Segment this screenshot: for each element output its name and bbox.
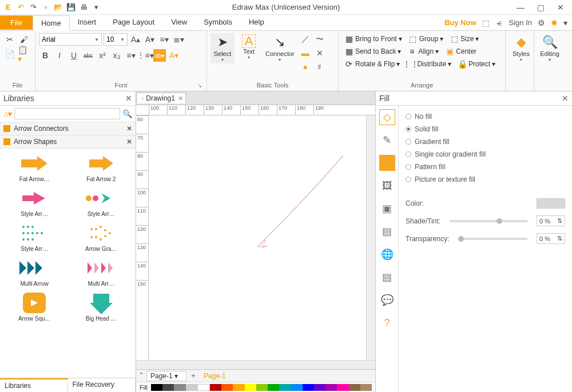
send-back-button[interactable]: ▦Send to Back▾: [342, 46, 403, 57]
distribute-button[interactable]: ⋮⋮Distribute▾: [404, 58, 454, 70]
text-tool[interactable]: A Text▾: [237, 33, 261, 61]
connector-tool[interactable]: ↘ Connector▾: [263, 33, 297, 63]
tab-home[interactable]: Home: [33, 15, 70, 31]
document-tab[interactable]: ▫Drawing1 ✕: [136, 93, 186, 103]
fill-opt-pattern[interactable]: Pattern fill: [406, 161, 565, 173]
increase-font-icon[interactable]: A▴: [129, 33, 142, 46]
notes-tab-icon[interactable]: ▤: [379, 269, 395, 285]
shape-thumb[interactable]: Fat Arrow 2: [69, 151, 134, 182]
file-menu[interactable]: File: [0, 15, 33, 30]
rect-tool-icon[interactable]: ▬: [299, 47, 312, 59]
curved-arrow-shape[interactable]: [240, 150, 355, 264]
document-close-icon[interactable]: ✕: [178, 95, 183, 102]
size-button[interactable]: ⬚Size▾: [447, 33, 481, 45]
fill-opt-solid[interactable]: Solid fill: [406, 123, 565, 135]
help-tab-icon[interactable]: ?: [379, 315, 395, 331]
page-tab-icon[interactable]: ▤: [379, 223, 395, 239]
web-tab-icon[interactable]: 🌐: [379, 246, 395, 262]
category-close-icon[interactable]: ✕: [126, 125, 132, 133]
open-icon[interactable]: 📂: [54, 3, 63, 12]
category-arrow-shapes[interactable]: Arrow Shapes ✕: [0, 135, 136, 149]
page-tab[interactable]: Page-1: [200, 372, 229, 380]
fill-opt-picture[interactable]: Picture or texture fill: [406, 173, 565, 186]
rotate-button[interactable]: ⟳Rotate & Flip▾: [342, 58, 402, 70]
shape-thumb[interactable]: Style Arr…: [2, 221, 67, 252]
fill-opt-gradient[interactable]: Gradient fill: [406, 135, 565, 148]
bring-front-button[interactable]: ▦Bring to Front▾: [342, 33, 404, 45]
library-search-input[interactable]: [14, 108, 120, 119]
superscript-icon[interactable]: x²: [96, 49, 109, 62]
tab-file-recovery[interactable]: File Recovery: [68, 378, 136, 392]
new-icon[interactable]: ▫: [41, 3, 50, 12]
align-h-icon[interactable]: ≡▾: [158, 33, 170, 46]
font-size-combo[interactable]: ▼: [104, 33, 128, 46]
close-button[interactable]: ✕: [555, 3, 566, 12]
delete-tool-icon[interactable]: ✕: [313, 47, 326, 59]
redo-icon[interactable]: ↷: [29, 3, 38, 12]
protect-button[interactable]: 🔒Protect▾: [455, 58, 498, 70]
bold-button[interactable]: B: [39, 49, 51, 62]
editing-button[interactable]: 🔍Editing▾: [538, 33, 562, 63]
maximize-button[interactable]: ▢: [535, 3, 547, 12]
shape-thumb[interactable]: Arrow Squ…: [2, 290, 67, 322]
tab-libraries[interactable]: Libraries: [0, 378, 68, 392]
tab-help[interactable]: Help: [241, 15, 273, 30]
shape-thumb[interactable]: Big Head …: [69, 290, 134, 322]
more-icon[interactable]: ▾: [92, 3, 101, 12]
font-name-combo[interactable]: ▼: [39, 33, 102, 46]
italic-button[interactable]: I: [53, 49, 66, 62]
center-button[interactable]: ▣Center: [443, 46, 479, 57]
home-icon[interactable]: ⌂▾: [3, 109, 12, 118]
print-icon[interactable]: 🖶: [79, 3, 88, 12]
tab-symbols[interactable]: Symbols: [196, 15, 241, 30]
share-icon[interactable]: ⪪: [495, 18, 503, 27]
libraries-close-icon[interactable]: ✕: [125, 94, 132, 103]
underline-button[interactable]: U: [67, 49, 80, 62]
copy-icon[interactable]: 📄: [3, 48, 16, 61]
gear-icon[interactable]: ⚙: [538, 18, 545, 27]
sign-in-link[interactable]: Sign In: [509, 18, 532, 27]
circle-tool-icon[interactable]: ●: [299, 61, 312, 73]
crop-tool-icon[interactable]: ♯: [313, 61, 326, 73]
save-icon[interactable]: 💾: [66, 3, 76, 12]
page-nav-up-icon[interactable]: ˄: [140, 372, 143, 380]
fill-panel-close-icon[interactable]: ✕: [562, 94, 569, 103]
paste-icon[interactable]: 📋▾: [18, 48, 30, 61]
category-arrow-connectors[interactable]: Arrow Connectors ✕: [0, 122, 136, 135]
shape-thumb[interactable]: Fat Arrow…: [2, 151, 67, 182]
scrollbar-horizontal[interactable]: [136, 360, 375, 369]
shape-thumb[interactable]: Style Arr…: [2, 186, 67, 217]
subscript-icon[interactable]: x₂: [110, 49, 123, 62]
font-launcher-icon[interactable]: ↘: [197, 82, 202, 89]
solid-preview-icon[interactable]: [379, 155, 395, 171]
layer-tab-icon[interactable]: ▣: [379, 201, 395, 217]
drawing-canvas[interactable]: [149, 115, 366, 360]
group-button[interactable]: ⬚Group▾: [406, 33, 446, 45]
collapse-ribbon-icon[interactable]: ▾: [563, 18, 567, 27]
line-tab-icon[interactable]: ✎: [379, 132, 395, 148]
fill-opt-none[interactable]: No fill: [406, 110, 565, 123]
curve-tool-icon[interactable]: 〜: [313, 33, 326, 46]
shape-thumb[interactable]: Style Arr…: [69, 186, 134, 217]
select-tool[interactable]: ➤ Select▾: [210, 33, 235, 63]
align-button[interactable]: ≡Align▾: [405, 46, 441, 57]
highlight-icon[interactable]: ab▾: [153, 49, 166, 62]
transparency-slider[interactable]: [458, 238, 527, 240]
shape-thumb[interactable]: Arrow Gra…: [69, 221, 134, 252]
align-v-icon[interactable]: ≣▾: [172, 33, 185, 46]
shape-thumb[interactable]: Multi Arrow: [2, 255, 67, 287]
export-icon[interactable]: ⬚: [482, 18, 490, 27]
buy-now-link[interactable]: Buy Now: [444, 18, 476, 27]
color-swatches[interactable]: [151, 384, 372, 391]
color-picker[interactable]: [537, 198, 565, 209]
scrollbar-vertical[interactable]: [366, 115, 375, 360]
search-icon[interactable]: 🔍: [122, 109, 132, 118]
undo-icon[interactable]: ↶: [16, 3, 25, 12]
decrease-font-icon[interactable]: A▾: [144, 33, 156, 46]
comment-tab-icon[interactable]: 💬: [379, 292, 395, 308]
fill-opt-single-gradient[interactable]: Single color gradient fill: [406, 148, 565, 161]
image-tab-icon[interactable]: 🖼: [379, 178, 395, 194]
add-page-icon[interactable]: ＋: [190, 371, 197, 381]
bullets-icon[interactable]: ⋮≡▾: [139, 49, 152, 62]
shape-thumb[interactable]: Multi Arr…: [69, 255, 134, 287]
